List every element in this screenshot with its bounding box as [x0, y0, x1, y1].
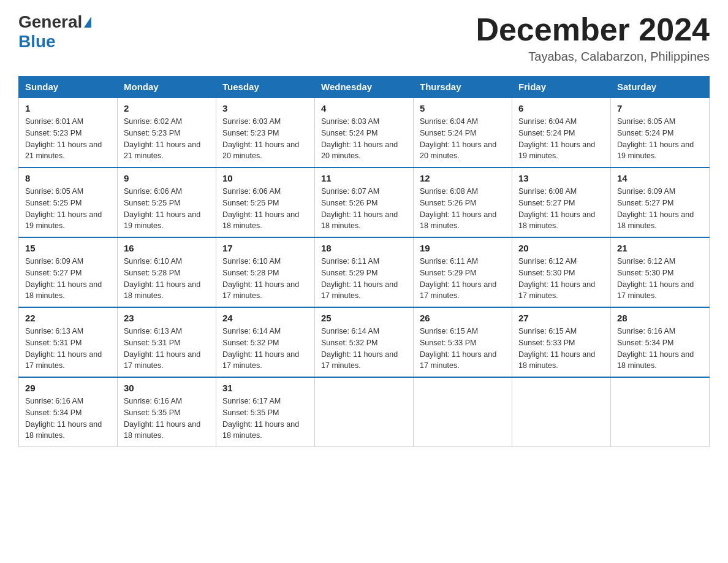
- day-info: Sunrise: 6:04 AMSunset: 5:24 PMDaylight:…: [420, 116, 506, 162]
- calendar-day-cell: 27Sunrise: 6:15 AMSunset: 5:33 PMDayligh…: [512, 307, 611, 377]
- day-number: 7: [617, 103, 703, 113]
- day-info: Sunrise: 6:03 AMSunset: 5:23 PMDaylight:…: [222, 116, 308, 162]
- calendar-day-cell: 3Sunrise: 6:03 AMSunset: 5:23 PMDaylight…: [216, 98, 315, 167]
- calendar-day-cell: 20Sunrise: 6:12 AMSunset: 5:30 PMDayligh…: [512, 237, 611, 307]
- day-info: Sunrise: 6:15 AMSunset: 5:33 PMDaylight:…: [518, 326, 604, 372]
- calendar-day-cell: 15Sunrise: 6:09 AMSunset: 5:27 PMDayligh…: [19, 237, 118, 307]
- calendar-day-cell: 18Sunrise: 6:11 AMSunset: 5:29 PMDayligh…: [315, 237, 414, 307]
- day-number: 27: [518, 313, 604, 323]
- calendar-day-cell: 28Sunrise: 6:16 AMSunset: 5:34 PMDayligh…: [611, 307, 710, 377]
- calendar-day-cell: [611, 377, 710, 447]
- day-info: Sunrise: 6:14 AMSunset: 5:32 PMDaylight:…: [222, 326, 308, 372]
- day-info: Sunrise: 6:04 AMSunset: 5:24 PMDaylight:…: [518, 116, 604, 162]
- day-number: 15: [25, 243, 111, 253]
- calendar-day-cell: 9Sunrise: 6:06 AMSunset: 5:25 PMDaylight…: [118, 167, 216, 237]
- day-info: Sunrise: 6:06 AMSunset: 5:25 PMDaylight:…: [222, 186, 308, 232]
- day-info: Sunrise: 6:03 AMSunset: 5:24 PMDaylight:…: [321, 116, 407, 162]
- calendar-day-cell: 21Sunrise: 6:12 AMSunset: 5:30 PMDayligh…: [611, 237, 710, 307]
- logo-triangle-icon: [84, 17, 91, 28]
- day-number: 13: [518, 173, 604, 183]
- calendar-day-cell: [414, 377, 512, 447]
- header-row: SundayMondayTuesdayWednesdayThursdayFrid…: [19, 77, 710, 98]
- day-number: 1: [25, 103, 111, 113]
- day-info: Sunrise: 6:16 AMSunset: 5:34 PMDaylight:…: [25, 396, 111, 442]
- day-info: Sunrise: 6:15 AMSunset: 5:33 PMDaylight:…: [420, 326, 506, 372]
- logo-blue: Blue: [18, 32, 56, 52]
- calendar-day-cell: 25Sunrise: 6:14 AMSunset: 5:32 PMDayligh…: [315, 307, 414, 377]
- day-info: Sunrise: 6:08 AMSunset: 5:26 PMDaylight:…: [420, 186, 506, 232]
- day-number: 18: [321, 243, 407, 253]
- calendar-day-cell: 10Sunrise: 6:06 AMSunset: 5:25 PMDayligh…: [216, 167, 315, 237]
- day-info: Sunrise: 6:07 AMSunset: 5:26 PMDaylight:…: [321, 186, 407, 232]
- day-info: Sunrise: 6:14 AMSunset: 5:32 PMDaylight:…: [321, 326, 407, 372]
- day-info: Sunrise: 6:12 AMSunset: 5:30 PMDaylight:…: [518, 256, 604, 302]
- location: Tayabas, Calabarzon, Philippines: [476, 50, 710, 64]
- calendar-day-cell: 2Sunrise: 6:02 AMSunset: 5:23 PMDaylight…: [118, 98, 216, 167]
- header-cell-saturday: Saturday: [611, 77, 710, 98]
- calendar-day-cell: 16Sunrise: 6:10 AMSunset: 5:28 PMDayligh…: [118, 237, 216, 307]
- day-info: Sunrise: 6:06 AMSunset: 5:25 PMDaylight:…: [124, 186, 210, 232]
- day-number: 24: [222, 313, 308, 323]
- calendar-table: SundayMondayTuesdayWednesdayThursdayFrid…: [18, 76, 710, 447]
- day-info: Sunrise: 6:05 AMSunset: 5:24 PMDaylight:…: [617, 116, 703, 162]
- day-number: 10: [222, 173, 308, 183]
- day-number: 31: [222, 383, 308, 393]
- day-info: Sunrise: 6:01 AMSunset: 5:23 PMDaylight:…: [25, 116, 111, 162]
- header-cell-thursday: Thursday: [414, 77, 512, 98]
- day-info: Sunrise: 6:09 AMSunset: 5:27 PMDaylight:…: [617, 186, 703, 232]
- day-info: Sunrise: 6:05 AMSunset: 5:25 PMDaylight:…: [25, 186, 111, 232]
- day-number: 26: [420, 313, 506, 323]
- calendar-day-cell: 14Sunrise: 6:09 AMSunset: 5:27 PMDayligh…: [611, 167, 710, 237]
- day-number: 16: [124, 243, 210, 253]
- day-number: 29: [25, 383, 111, 393]
- day-info: Sunrise: 6:12 AMSunset: 5:30 PMDaylight:…: [617, 256, 703, 302]
- day-number: 23: [124, 313, 210, 323]
- header-cell-monday: Monday: [118, 77, 216, 98]
- calendar-header: SundayMondayTuesdayWednesdayThursdayFrid…: [19, 77, 710, 98]
- calendar-day-cell: 8Sunrise: 6:05 AMSunset: 5:25 PMDaylight…: [19, 167, 118, 237]
- day-number: 5: [420, 103, 506, 113]
- day-number: 17: [222, 243, 308, 253]
- calendar-day-cell: 26Sunrise: 6:15 AMSunset: 5:33 PMDayligh…: [414, 307, 512, 377]
- calendar-day-cell: 29Sunrise: 6:16 AMSunset: 5:34 PMDayligh…: [19, 377, 118, 447]
- day-number: 11: [321, 173, 407, 183]
- header-cell-sunday: Sunday: [19, 77, 118, 98]
- day-info: Sunrise: 6:09 AMSunset: 5:27 PMDaylight:…: [25, 256, 111, 302]
- calendar-day-cell: [315, 377, 414, 447]
- day-info: Sunrise: 6:10 AMSunset: 5:28 PMDaylight:…: [124, 256, 210, 302]
- calendar-day-cell: 11Sunrise: 6:07 AMSunset: 5:26 PMDayligh…: [315, 167, 414, 237]
- day-number: 12: [420, 173, 506, 183]
- day-info: Sunrise: 6:08 AMSunset: 5:27 PMDaylight:…: [518, 186, 604, 232]
- month-title: December 2024: [476, 12, 710, 47]
- day-number: 20: [518, 243, 604, 253]
- day-number: 9: [124, 173, 210, 183]
- calendar-day-cell: 12Sunrise: 6:08 AMSunset: 5:26 PMDayligh…: [414, 167, 512, 237]
- calendar-day-cell: 7Sunrise: 6:05 AMSunset: 5:24 PMDaylight…: [611, 98, 710, 167]
- day-info: Sunrise: 6:02 AMSunset: 5:23 PMDaylight:…: [124, 116, 210, 162]
- day-number: 14: [617, 173, 703, 183]
- calendar-day-cell: 19Sunrise: 6:11 AMSunset: 5:29 PMDayligh…: [414, 237, 512, 307]
- page-header: General Blue December 2024 Tayabas, Cala…: [18, 12, 710, 64]
- day-info: Sunrise: 6:17 AMSunset: 5:35 PMDaylight:…: [222, 396, 308, 442]
- calendar-day-cell: 24Sunrise: 6:14 AMSunset: 5:32 PMDayligh…: [216, 307, 315, 377]
- calendar-day-cell: 6Sunrise: 6:04 AMSunset: 5:24 PMDaylight…: [512, 98, 611, 167]
- day-number: 22: [25, 313, 111, 323]
- logo-general: General: [18, 12, 91, 32]
- day-number: 25: [321, 313, 407, 323]
- calendar-day-cell: 17Sunrise: 6:10 AMSunset: 5:28 PMDayligh…: [216, 237, 315, 307]
- day-info: Sunrise: 6:13 AMSunset: 5:31 PMDaylight:…: [124, 326, 210, 372]
- calendar-day-cell: 4Sunrise: 6:03 AMSunset: 5:24 PMDaylight…: [315, 98, 414, 167]
- calendar-day-cell: 5Sunrise: 6:04 AMSunset: 5:24 PMDaylight…: [414, 98, 512, 167]
- calendar-day-cell: 30Sunrise: 6:16 AMSunset: 5:35 PMDayligh…: [118, 377, 216, 447]
- calendar-week-row: 22Sunrise: 6:13 AMSunset: 5:31 PMDayligh…: [19, 307, 710, 377]
- day-number: 6: [518, 103, 604, 113]
- title-block: December 2024 Tayabas, Calabarzon, Phili…: [476, 12, 710, 64]
- header-cell-friday: Friday: [512, 77, 611, 98]
- calendar-day-cell: 13Sunrise: 6:08 AMSunset: 5:27 PMDayligh…: [512, 167, 611, 237]
- day-info: Sunrise: 6:11 AMSunset: 5:29 PMDaylight:…: [420, 256, 506, 302]
- calendar-day-cell: 31Sunrise: 6:17 AMSunset: 5:35 PMDayligh…: [216, 377, 315, 447]
- calendar-week-row: 1Sunrise: 6:01 AMSunset: 5:23 PMDaylight…: [19, 98, 710, 167]
- calendar-week-row: 8Sunrise: 6:05 AMSunset: 5:25 PMDaylight…: [19, 167, 710, 237]
- calendar-day-cell: [512, 377, 611, 447]
- calendar-day-cell: 22Sunrise: 6:13 AMSunset: 5:31 PMDayligh…: [19, 307, 118, 377]
